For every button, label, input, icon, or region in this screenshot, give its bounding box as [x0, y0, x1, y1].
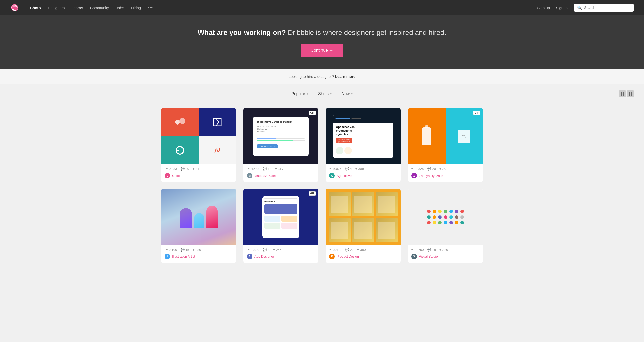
author-name[interactable]: Product Design [337, 254, 359, 258]
likes-stat: ♥ 390 [357, 248, 366, 252]
shot-author: P Product Design [326, 254, 401, 263]
logo[interactable] [10, 3, 22, 12]
views-stat: 👁 5,076 [329, 167, 342, 171]
filter-bar: Popular ▾ Shots ▾ Now ▾ [0, 84, 644, 103]
nav-hiring[interactable]: Hiring [131, 6, 141, 10]
author-name[interactable]: Visual Studio [419, 254, 438, 258]
shots-grid: 👁 9,833 💬 29 ♥ 441 U Unfold Blockchain's… [146, 103, 498, 273]
author-name[interactable]: Zhenya Rynzhuk [419, 174, 444, 178]
continue-button[interactable]: Continue → [301, 44, 343, 57]
views-stat: 👁 4,443 [247, 167, 259, 171]
nav-community[interactable]: Community [90, 6, 109, 10]
comments-stat: 💬 13 [263, 167, 271, 171]
hire-text: Looking to hire a designer? [289, 74, 334, 79]
shot-thumbnail [161, 108, 236, 164]
shot-thumbnail: Blockchain's Marketing Platform Welcome … [243, 108, 318, 164]
author-name[interactable]: Mateusz Piatek [254, 174, 277, 178]
shot-author: M Mateusz Piatek [243, 173, 318, 182]
shot-card[interactable]: 👁 9,833 💬 29 ♥ 441 U Unfold [161, 108, 236, 182]
shots-filter[interactable]: Shots ▾ [314, 90, 336, 98]
avatar: M [247, 173, 252, 178]
navbar: Shots Designers Teams Community Jobs Hir… [0, 0, 644, 15]
signin-link[interactable]: Sign in [556, 6, 568, 10]
shot-stats: 👁 3,410 💬 22 ♥ 390 [326, 245, 401, 254]
likes-stat: ♥ 301 [439, 167, 448, 171]
shot-author: I Illustration Artist [161, 254, 236, 263]
nav-links: Shots Designers Teams Community Jobs Hir… [30, 5, 153, 10]
svg-point-2 [176, 147, 184, 154]
views-stat: 👁 3,410 [329, 248, 342, 252]
shot-thumbnail [326, 189, 401, 245]
list-view-button[interactable] [627, 90, 634, 97]
shot-card[interactable]: Dashboard GIF 👁 1,890 💬 8 ♥ 245 [243, 189, 318, 263]
author-name[interactable]: App Designer [254, 254, 274, 258]
likes-stat: ♥ 308 [355, 167, 364, 171]
shot-author: V Visual Studio [408, 254, 483, 263]
comments-stat: 💬 22 [345, 248, 354, 252]
likes-stat: ♥ 320 [439, 248, 448, 252]
comments-stat: 💬 29 [181, 167, 189, 171]
search-bar[interactable]: 🔍 [574, 4, 634, 12]
nav-shots[interactable]: Shots [30, 6, 41, 10]
chevron-down-icon: ▾ [307, 92, 308, 96]
avatar: P [329, 254, 335, 259]
hero-section: What are you working on? Dribbble is whe… [0, 15, 644, 69]
popular-filter[interactable]: Popular ▾ [287, 90, 312, 98]
author-name[interactable]: Unfold [172, 174, 182, 178]
author-name[interactable]: Illustration Artist [172, 254, 195, 258]
shot-card[interactable]: 👁 2,750 💬 18 ♥ 320 V Visual Studio [408, 189, 483, 263]
shot-card[interactable]: 👁 2,100 💬 15 ♥ 280 I Illustration Artist [161, 189, 236, 263]
comments-stat: 💬 18 [427, 248, 436, 252]
shot-card[interactable]: 👁 3,410 💬 22 ♥ 390 P Product Design [326, 189, 401, 263]
learn-more-link[interactable]: Learn more [335, 74, 356, 79]
grid-toggle [619, 90, 634, 97]
avatar: Z [411, 173, 417, 178]
likes-stat: ♥ 317 [275, 167, 283, 171]
grid-view-button[interactable] [619, 90, 626, 97]
comments-stat: 💬 8 [263, 248, 270, 252]
views-stat: 👁 3,325 [411, 167, 424, 171]
shot-author: A App Designer [243, 254, 318, 263]
shot-thumbnail [161, 189, 236, 245]
views-stat: 👁 2,100 [165, 248, 177, 252]
shot-thumbnail: HilaryPro GIF [408, 108, 483, 164]
shot-stats: 👁 5,076 💬 4 ♥ 308 [326, 164, 401, 173]
nav-jobs[interactable]: Jobs [116, 6, 124, 10]
nav-designers[interactable]: Designers [48, 6, 65, 10]
avatar: V [411, 254, 417, 259]
search-input[interactable] [584, 6, 630, 10]
avatar: A [329, 173, 335, 178]
shot-stats: 👁 3,325 💬 20 ♥ 301 [408, 164, 483, 173]
chevron-down-icon: ▾ [351, 92, 353, 96]
now-filter[interactable]: Now ▾ [338, 90, 357, 98]
navbar-right: Sign up Sign in 🔍 [537, 4, 634, 12]
views-stat: 👁 9,833 [165, 167, 177, 171]
shot-author: Z Zhenya Rynzhuk [408, 173, 483, 182]
shot-card[interactable]: Optimisez vosproductionsagricoles. Voir … [326, 108, 401, 182]
likes-stat: ♥ 280 [193, 248, 201, 252]
shot-stats: 👁 1,890 💬 8 ♥ 245 [243, 245, 318, 254]
shot-stats: 👁 2,100 💬 15 ♥ 280 [161, 245, 236, 254]
chevron-down-icon: ▾ [330, 92, 332, 96]
svg-point-1 [179, 118, 185, 124]
hero-title: What are you working on? Dribbble is whe… [5, 29, 639, 37]
avatar: U [165, 173, 170, 178]
nav-teams[interactable]: Teams [72, 6, 83, 10]
shot-thumbnail: Optimisez vosproductionsagricoles. Voir … [326, 108, 401, 164]
shot-card[interactable]: Blockchain's Marketing Platform Welcome … [243, 108, 318, 182]
signup-link[interactable]: Sign up [537, 6, 550, 10]
shot-thumbnail [408, 189, 483, 245]
hire-banner: Looking to hire a designer? Learn more [0, 69, 644, 84]
author-name[interactable]: AgenceMe [337, 174, 352, 178]
shot-thumbnail: Dashboard GIF [243, 189, 318, 245]
shot-card[interactable]: HilaryPro GIF 👁 3,325 💬 20 ♥ 301 Z Zheny… [408, 108, 483, 182]
nav-more[interactable]: ••• [148, 5, 153, 10]
views-stat: 👁 2,750 [411, 248, 424, 252]
likes-stat: ♥ 441 [193, 167, 201, 171]
views-stat: 👁 1,890 [247, 248, 259, 252]
shot-stats: 👁 4,443 💬 13 ♥ 317 [243, 164, 318, 173]
likes-stat: ♥ 245 [273, 248, 281, 252]
avatar: A [247, 254, 252, 259]
search-icon: 🔍 [577, 5, 582, 10]
shot-author: U Unfold [161, 173, 236, 182]
